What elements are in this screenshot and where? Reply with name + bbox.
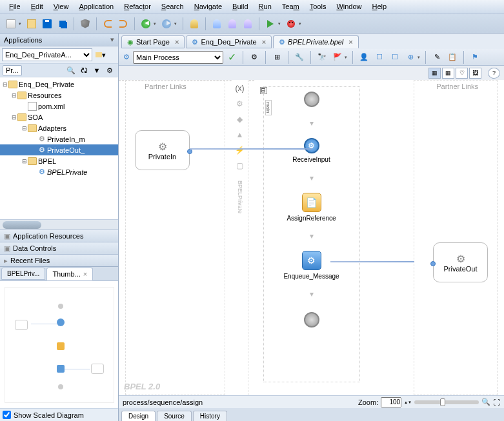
thumbnail-view[interactable] <box>0 281 118 408</box>
tree-privin[interactable]: ⚙PrivateIn_m <box>0 133 118 144</box>
db1-button[interactable] <box>187 17 201 31</box>
flag-button[interactable]: 🚩 <box>330 50 345 64</box>
binoculars-button[interactable]: 🔭 <box>315 50 329 64</box>
end-node[interactable] <box>273 312 350 328</box>
back-button[interactable]: ◄ <box>139 17 153 31</box>
project-tree[interactable]: ⊟Enq_Deq_Private ⊟Resources pom.xml ⊟SOA… <box>0 77 118 219</box>
menu-application[interactable]: Application <box>74 1 119 12</box>
zoom-full-button[interactable]: ⛶ <box>493 398 500 406</box>
palette-gear-icon[interactable]: ⚙ <box>234 98 246 110</box>
tab-bpelprivate[interactable]: ⚙BPELPrivate.bpel× <box>273 35 359 48</box>
db2-button[interactable] <box>210 17 224 31</box>
show-scaled-checkbox[interactable] <box>3 411 11 419</box>
start-node[interactable] <box>273 92 350 107</box>
mode3-button[interactable]: ♡ <box>456 68 468 79</box>
redo-button[interactable] <box>116 17 130 31</box>
validate-button[interactable]: ✓ <box>225 50 239 64</box>
menu-navigate[interactable]: Navigate <box>189 1 227 12</box>
application-selector[interactable]: Enq_Deq_PrivateA... <box>2 48 92 61</box>
tab-startpage[interactable]: ◉Start Page× <box>121 35 185 48</box>
mode1-button[interactable]: ▦ <box>428 68 441 79</box>
assign-node[interactable]: 📄AssignReference <box>273 193 350 222</box>
options-button[interactable]: ⚙ <box>104 64 116 76</box>
menu-build[interactable]: Build <box>227 1 253 12</box>
zoom-spinner[interactable]: ▲▼ <box>404 400 412 404</box>
partnerlink-out[interactable]: ⚙PrivateOut <box>433 242 488 282</box>
palette-bell-icon[interactable]: ◆ <box>234 113 246 125</box>
show-scaled-option[interactable]: Show Scaled Diagram <box>0 408 118 421</box>
menu-run[interactable]: Run <box>254 1 277 12</box>
menu-team[interactable]: Team <box>277 1 305 12</box>
bottab-design[interactable]: Design <box>121 411 156 421</box>
projects-tab[interactable]: Pr... <box>3 65 22 75</box>
save-all-button[interactable] <box>55 17 70 31</box>
panel-menu-icon[interactable]: ▾ <box>110 35 114 44</box>
tree-root[interactable]: ⊟Enq_Deq_Private <box>0 79 118 90</box>
tool9-button[interactable]: 📋 <box>445 50 459 64</box>
debug-button[interactable] <box>284 17 298 31</box>
menu-refactor[interactable]: Refactor <box>119 1 156 12</box>
zoom-fit-button[interactable]: 🔍 <box>481 398 490 406</box>
tree-adapters[interactable]: ⊟Adapters <box>0 122 118 133</box>
tree-privout[interactable]: ⚙PrivateOut_ <box>0 144 118 155</box>
menu-view[interactable]: View <box>48 1 74 12</box>
menu-file[interactable]: File <box>4 1 26 12</box>
bottab-source[interactable]: Source <box>157 411 192 421</box>
palette-tri-icon[interactable]: ▲ <box>234 129 246 141</box>
process-selector[interactable]: Main Process <box>133 51 223 64</box>
tool6-button[interactable]: ☐ <box>388 50 402 64</box>
run-button[interactable] <box>263 17 277 31</box>
mode2-button[interactable]: ▦ <box>442 68 454 79</box>
thumb-tab-thumbnail[interactable]: Thumb...× <box>46 268 93 280</box>
partnerlink-in[interactable]: ⚙PrivateIn <box>135 130 190 170</box>
tool2-button[interactable]: ⊞ <box>270 50 284 64</box>
save-button[interactable] <box>40 17 54 31</box>
tree-resources[interactable]: ⊟Resources <box>0 90 118 101</box>
refresh-button[interactable]: 🗘 <box>78 64 90 76</box>
app-actions-button[interactable]: ▾ <box>95 49 106 61</box>
enqueue-node[interactable]: ⚙Enqueue_Message <box>273 251 350 280</box>
bottab-history[interactable]: History <box>193 411 227 421</box>
shield-button[interactable] <box>78 17 92 31</box>
undo-button[interactable] <box>101 17 115 31</box>
accord-appres[interactable]: ▣Application Resources <box>0 230 118 242</box>
menu-window[interactable]: Window <box>331 1 367 12</box>
tool10-button[interactable]: ⚑ <box>468 50 482 64</box>
tree-pom[interactable]: pom.xml <box>0 101 118 112</box>
accord-recent[interactable]: ▸Recent Files <box>0 254 118 266</box>
menu-help[interactable]: Help <box>367 1 392 12</box>
menu-tools[interactable]: Tools <box>305 1 332 12</box>
receive-node[interactable]: ⚙ReceiveInput <box>273 138 350 163</box>
palette-var-icon[interactable]: (x) <box>234 83 246 94</box>
close-icon[interactable]: × <box>262 38 266 46</box>
palette-square-icon[interactable]: ▢ <box>234 160 246 171</box>
tool1-button[interactable]: ⚙ <box>247 50 261 64</box>
search-button[interactable]: 🔍 <box>65 64 77 76</box>
zoom-input[interactable] <box>381 397 401 407</box>
tree-bpelfile[interactable]: ⚙BPELPrivate <box>0 166 118 177</box>
tool7-button[interactable]: ⊕ <box>403 50 418 64</box>
tool3-button[interactable]: 🔧 <box>292 50 307 64</box>
filter-button[interactable]: ▼ <box>91 64 103 76</box>
close-icon[interactable]: × <box>348 38 352 46</box>
close-icon[interactable]: × <box>175 38 179 46</box>
tree-bpel[interactable]: ⊟BPEL <box>0 155 118 166</box>
tree-soa[interactable]: ⊟SOA <box>0 112 118 122</box>
db3-button[interactable] <box>225 17 239 31</box>
new-button[interactable] <box>4 17 18 31</box>
accord-data[interactable]: ▣Data Controls <box>0 242 118 254</box>
tool8-button[interactable]: ✎ <box>430 50 444 64</box>
forward-button[interactable]: ► <box>159 17 174 31</box>
zoom-slider[interactable] <box>414 400 479 404</box>
palette-bolt-icon[interactable]: ⚡ <box>234 144 246 156</box>
collapse-toggle[interactable]: ⊟ <box>260 87 267 94</box>
tool5-button[interactable]: ☐ <box>372 50 387 64</box>
tool4-button[interactable]: 👤 <box>357 50 371 64</box>
tab-enqdeq[interactable]: ⚙Enq_Deq_Private× <box>186 35 272 48</box>
help-button[interactable]: ? <box>488 68 500 79</box>
open-button[interactable] <box>25 17 39 31</box>
mode4-button[interactable]: 🖼 <box>469 68 481 79</box>
bpel-canvas[interactable]: Partner Links Partner Links (x) ⚙ ◆ ▲ ⚡ … <box>119 80 504 395</box>
menu-edit[interactable]: Edit <box>26 1 48 12</box>
thumb-tab-overview[interactable]: BPELPriv... <box>1 268 45 280</box>
